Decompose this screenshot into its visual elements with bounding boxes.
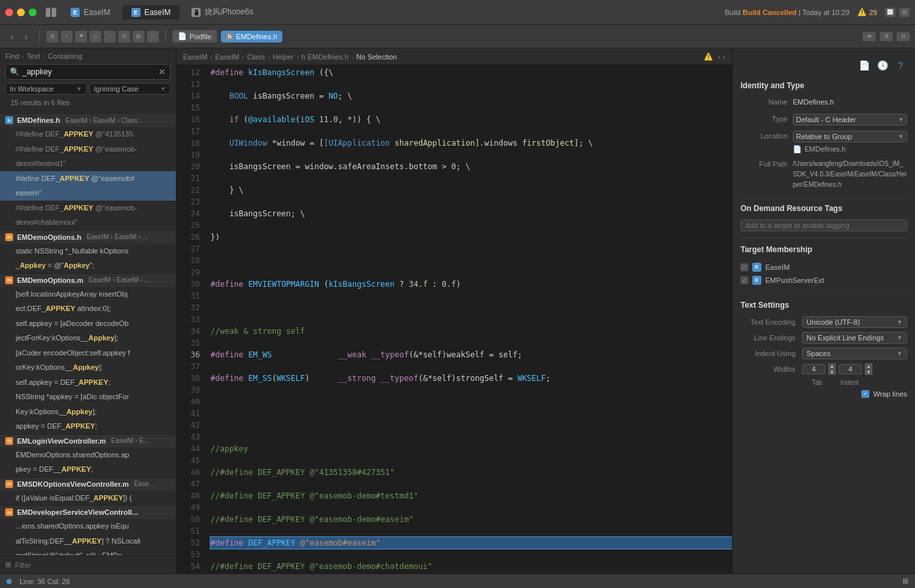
list-item[interactable]: pkey = DEF__APPKEY; xyxy=(0,462,176,477)
list-item[interactable]: NSString *appkey = [aDic objectFor xyxy=(0,389,176,404)
search-clear-icon[interactable]: ✕ xyxy=(158,67,166,77)
on-demand-input[interactable] xyxy=(740,220,907,231)
code-editor[interactable]: 12 13 14 15 16 17 18 19 20 21 22 23 24 2… xyxy=(176,65,732,574)
result-file-emdefines[interactable]: h EMDefines.h EaseIM › EaseIM › Class... xyxy=(0,114,176,127)
list-item[interactable]: orKey:kOptions__Appkey]; xyxy=(0,360,176,375)
list-item[interactable]: //#define DEF_APPKEY @"easemob- xyxy=(0,201,176,216)
tab-easeim-sub[interactable]: E EaseIM xyxy=(122,5,180,20)
result-file-emsdkopts[interactable]: m EMSDKOptionsViewController.m Ease... xyxy=(0,478,176,491)
minus-icon[interactable]: − xyxy=(104,31,116,42)
case-select[interactable]: Ignoring Case ▼ xyxy=(90,83,171,95)
plus-icon[interactable]: + xyxy=(61,31,73,42)
bc-easeim-1[interactable]: EaseIM xyxy=(183,53,207,61)
tab-width-down[interactable]: ▼ xyxy=(828,369,836,375)
result-file-emlogin[interactable]: m EMLoginViewController.m EaseIM › E... xyxy=(0,434,176,448)
target-item-empush[interactable]: ✓ E EMPushServerExt xyxy=(740,274,907,287)
list-item[interactable]: [self.locationAppkeyArray insertObj xyxy=(0,287,176,302)
ln-25: 25 xyxy=(179,220,200,231)
code-line-30: //#define DEF_APPKEY @"easemob-demo#test… xyxy=(210,490,732,502)
statusbar-expand-icon[interactable]: ⊞ xyxy=(903,577,908,585)
bc-nav-prev[interactable]: ‹ xyxy=(718,53,721,61)
list-item[interactable]: jectForKey:kOptions__Appkey]; xyxy=(0,331,176,346)
tab-easeim-main[interactable]: E EaseIM xyxy=(61,5,120,20)
code-content[interactable]: #define kIsBangsScreen ({\ BOOL isBangsS… xyxy=(205,65,732,574)
inspector-icon[interactable]: ⊟ xyxy=(897,32,910,41)
layout-icon[interactable]: ▤ xyxy=(133,31,144,42)
list-item[interactable]: //#define DEF_APPKEY @"4135135 xyxy=(0,127,176,142)
close-button[interactable] xyxy=(5,8,13,16)
location-select[interactable]: Relative to Group ▼ xyxy=(793,131,907,142)
target-easeim-checkbox[interactable]: ✓ xyxy=(740,263,748,271)
list-item[interactable]: //#define DEF_APPKEY @"easemob- xyxy=(0,142,176,157)
list-item[interactable]: alToString:DEF__APPKEY] ? NSLocali xyxy=(0,534,176,549)
podfile-tab[interactable]: 📄 Podfile xyxy=(173,30,217,42)
result-file-emdemo-m[interactable]: m EMDemoOptions.m EaseIM › EaseIM › ... xyxy=(0,274,176,287)
list-item[interactable]: easeim" xyxy=(0,186,176,201)
refresh-icon[interactable]: ⇄ xyxy=(863,32,876,41)
list-item[interactable]: Key:kOptions__Appkey]; xyxy=(0,404,176,419)
wrap-lines-checkbox[interactable]: ✓ xyxy=(861,390,869,398)
containing-label[interactable]: Containing xyxy=(48,52,82,60)
indent-width-up[interactable]: ▲ xyxy=(865,363,873,369)
bc-emdefines-h[interactable]: h EMDefines.h xyxy=(301,53,348,61)
diamond-icon[interactable]: ◇ xyxy=(90,31,101,42)
tab-width-input[interactable] xyxy=(802,364,825,374)
emdefines-tab[interactable]: h EMDefines.h xyxy=(221,31,282,42)
type-select[interactable]: Default - C Header ▼ xyxy=(793,114,907,125)
warning-badge[interactable]: ⚠️ 29 xyxy=(857,8,877,16)
indent-width-input[interactable] xyxy=(839,364,862,374)
target-item-easeim[interactable]: ✓ E EaseIM xyxy=(740,261,907,274)
minimize-button[interactable] xyxy=(17,8,25,16)
list-item[interactable]: self.appkey = DEF_APPKEY; xyxy=(0,375,176,390)
grid2-icon[interactable]: ⊟ xyxy=(118,31,130,42)
list-item[interactable]: ect:DEF_APPKEY atIndex:0]; xyxy=(0,301,176,316)
scope-label[interactable]: Text xyxy=(27,52,40,60)
bc-nav-next[interactable]: › xyxy=(723,53,725,61)
list-item[interactable]: zedString(@"default", nil) : EMDe... xyxy=(0,548,176,555)
tab-width-up[interactable]: ▲ xyxy=(828,363,836,369)
file-inspector-icon[interactable]: 📄 xyxy=(857,59,871,72)
find-label[interactable]: Find xyxy=(5,52,19,60)
list-item[interactable]: _Appkey = @"Appkey"; xyxy=(0,258,176,273)
split-horizontal-icon[interactable]: ⬜ xyxy=(885,8,895,17)
sidebar-toggle-icon[interactable]: ▤ xyxy=(899,8,910,17)
history-icon[interactable]: 🕓 xyxy=(876,59,889,72)
nav-back-icon[interactable]: ‹ xyxy=(5,30,18,43)
nav-forward-icon[interactable]: › xyxy=(20,30,33,43)
list-item[interactable]: #define DEF_APPKEY @"easemob# xyxy=(0,171,176,186)
list-item[interactable]: demo#chatdemoui" xyxy=(0,215,176,230)
indent-width-down[interactable]: ▼ xyxy=(865,369,873,375)
list-item[interactable]: ...ions.sharedOptions.appkey isEqu xyxy=(0,519,176,534)
bc-no-selection[interactable]: No Selection xyxy=(356,53,397,61)
list-item[interactable]: static NSString *_Nullable kOptions xyxy=(0,244,176,259)
help-icon[interactable]: ? xyxy=(894,59,907,72)
indent-select[interactable]: Spaces ▼ xyxy=(802,348,907,359)
result-file-emdev[interactable]: m EMDeveloperServiceViewControll... xyxy=(0,506,176,519)
workspace-scope-select[interactable]: In Workspace ▼ xyxy=(5,83,87,95)
list-item[interactable]: appkey = DEF_APPKEY; xyxy=(0,419,176,434)
maximize-button[interactable] xyxy=(29,8,37,16)
right-panel: 📄 🕓 ? Identity and Type Name EMDefines.h… xyxy=(732,48,915,574)
list-item[interactable]: EMDemoOptions.sharedOptions.ap xyxy=(0,448,176,463)
list-item[interactable]: [aCoder encodeObject:self.appkey f xyxy=(0,346,176,361)
encoding-select[interactable]: Unicode (UTF-8) ▼ xyxy=(802,316,907,328)
list-item[interactable]: self.appkey = [aDecoder decodeOb xyxy=(0,316,176,331)
square-icon[interactable]: □ xyxy=(147,31,159,42)
list-item[interactable]: if ([aValue isEqual:DEF_APPKEY]) { xyxy=(0,491,176,506)
tab-iphone6s[interactable]: 📱 烧风iPhone6s xyxy=(182,4,262,20)
search-input[interactable] xyxy=(22,67,158,76)
filter-input[interactable] xyxy=(15,561,171,569)
columns-icon[interactable]: ⊞ xyxy=(880,32,893,41)
target-empush-checkbox[interactable]: ✓ xyxy=(740,276,748,284)
grid-icon[interactable]: ⊞ xyxy=(46,31,58,42)
split-view-icon[interactable] xyxy=(44,6,58,19)
line-endings-select[interactable]: No Explicit Line Endings ▼ xyxy=(802,332,907,344)
bc-class[interactable]: Class xyxy=(247,53,265,61)
flag-icon[interactable]: ⚑ xyxy=(75,31,87,42)
emlogin-path: EaseIM › E... xyxy=(111,437,149,444)
list-item[interactable]: demo#testmd1" xyxy=(0,156,176,171)
result-file-emdemo-h[interactable]: m EMDemoOptions.h EaseIM › EaseIM › ... xyxy=(0,231,176,244)
bc-easeim-2[interactable]: EaseIM xyxy=(215,53,239,61)
titlebar: E EaseIM E EaseIM 📱 烧风iPhone6s Build Bui… xyxy=(0,0,915,25)
bc-helper[interactable]: Helper xyxy=(273,53,293,61)
